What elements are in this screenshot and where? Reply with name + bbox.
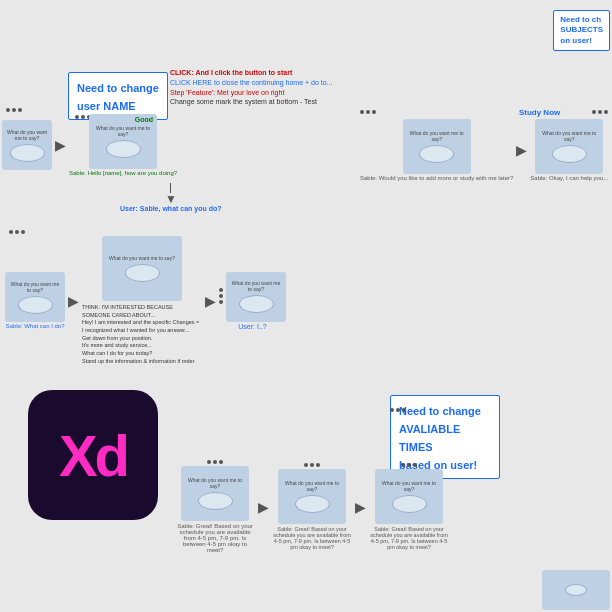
- card-2-wrap: Good What do you want me to say? Sable: …: [69, 114, 177, 176]
- annotation-box: CLICK: And I click the button to start C…: [170, 68, 350, 107]
- down-arrow-1: ▼: [165, 183, 177, 205]
- right-arrow-1: ▶: [516, 143, 527, 157]
- arrow-1: ▶: [55, 138, 66, 152]
- xd-logo-text: Xd: [59, 422, 127, 489]
- bottom-dots-right: [390, 408, 406, 414]
- change-avail-line1: Need to change: [399, 405, 481, 417]
- annotation-line2: CLICK HERE to close the continuing home …: [170, 78, 350, 88]
- annotation-line4: Change some mark the system at bottom - …: [170, 97, 350, 107]
- bottom-prompt-3: What do you want me to say?: [379, 480, 439, 492]
- bottom-screen-1[interactable]: What do you want me to say?: [181, 466, 249, 521]
- good-label: Good: [135, 116, 153, 123]
- sable-what-can: Sable: What can I do?: [5, 323, 64, 329]
- mid-screen-3[interactable]: What do you want me to say?: [226, 272, 286, 322]
- right-prompt-2: What do you want me to say?: [539, 130, 599, 142]
- mid-prompt-1: What do you want me to say?: [9, 281, 61, 293]
- bottom-arrow-2: ▶: [355, 500, 366, 514]
- sable-help: Sable: Okay, I can help you...: [530, 175, 608, 181]
- prompt-2: What do you want me to say?: [93, 125, 153, 137]
- mid-prompt-2: What do you want me to say?: [109, 255, 175, 261]
- top-right-line3: on user!: [560, 36, 603, 46]
- screen-card-2[interactable]: Good What do you want me to say?: [89, 114, 157, 169]
- flow-section-1: What do you want me to say? ▶ Good What …: [2, 108, 177, 176]
- bottom-screen-2[interactable]: What do you want me to say?: [278, 469, 346, 524]
- mid-description: THINK: I'M INTERESTED BECAUSE SOMEONE CA…: [82, 304, 202, 366]
- right-screen-2[interactable]: What do you want me to say?: [535, 119, 603, 174]
- right-card-1-wrap: What do you want me to say? Sable: Would…: [360, 119, 513, 181]
- bottom-arrow-1: ▶: [258, 500, 269, 514]
- prompt-1: What do you want me to say?: [6, 129, 48, 141]
- bottom-sable-3: Sable: Great! Based on your schedule you…: [369, 526, 449, 550]
- sable-offer: Sable: Would you like to add more or stu…: [360, 175, 513, 181]
- right-card-2-wrap: What do you want me to say? Sable: Okay,…: [530, 119, 608, 181]
- bottom-prompt-2: What do you want me to say?: [282, 480, 342, 492]
- bottom-sable-2: Sable: Great! Based on your schedule you…: [272, 526, 352, 550]
- annotation-line3: Step 'Feature': Met your love on right: [170, 88, 350, 98]
- bottom-card-2-wrap: What do you want me to say? Sable: Great…: [272, 463, 352, 550]
- mid-card-2-wrap: What do you want me to say? User: I..?: [219, 272, 286, 330]
- change-name-title-line1: Need to change: [77, 82, 159, 94]
- mid-prompt-3: What do you want me to say?: [230, 280, 282, 292]
- bottom-card-1-wrap: What do you want me to say? Sable: Great…: [175, 460, 255, 553]
- top-right-line1: Need to ch: [560, 15, 603, 25]
- mid-arrow-1: ▶: [68, 294, 79, 308]
- mid-card-1-wrap: What do you want me to say? Sable: What …: [5, 272, 65, 329]
- top-right-line2: SUBJECTS: [560, 25, 603, 35]
- mid-screen-1[interactable]: What do you want me to say?: [5, 272, 65, 322]
- xd-logo: Xd: [28, 390, 158, 520]
- canvas: Need to ch SUBJECTS on user! Need to cha…: [0, 0, 612, 612]
- bottom-sable-1: Sable: Great! Based on your schedule you…: [175, 523, 255, 553]
- partial-bottom-right: [542, 570, 610, 610]
- mid-flow-section: What do you want me to say? Sable: What …: [5, 230, 286, 366]
- mid-screen-2[interactable]: What do you want me to say?: [102, 236, 182, 301]
- change-avail-line2: AVALIABLE TIMES: [399, 423, 460, 453]
- bottom-card-3-wrap: What do you want me to say? Sable: Great…: [369, 463, 449, 550]
- study-now-label: Study Now: [519, 108, 560, 117]
- top-right-note: Need to ch SUBJECTS on user!: [553, 10, 610, 51]
- bottom-screen-3[interactable]: What do you want me to say?: [375, 469, 443, 524]
- annotation-line1: CLICK: And I click the button to start: [170, 68, 350, 78]
- bottom-flow: What do you want me to say? Sable: Great…: [175, 460, 449, 553]
- user-dialogue-1: User: Sable, what can you do?: [120, 205, 222, 212]
- right-screen-1[interactable]: What do you want me to say?: [403, 119, 471, 174]
- bottom-prompt-1: What do you want me to say?: [185, 477, 245, 489]
- screen-card-1[interactable]: What do you want me to say?: [2, 120, 52, 170]
- sable-greeting: Sable: Hello [name], how are you doing?: [69, 170, 177, 176]
- user-lr: User: I..?: [238, 323, 266, 330]
- card-1-wrap: What do you want me to say?: [2, 120, 52, 170]
- mid-text-block: What do you want me to say? THINK: I'M I…: [82, 236, 202, 366]
- right-prompt-1: What do you want me to say?: [407, 130, 467, 142]
- mid-arrow-2: ▶: [205, 294, 216, 308]
- right-flow-section: Study Now What do you want me to say? Sa…: [360, 108, 608, 181]
